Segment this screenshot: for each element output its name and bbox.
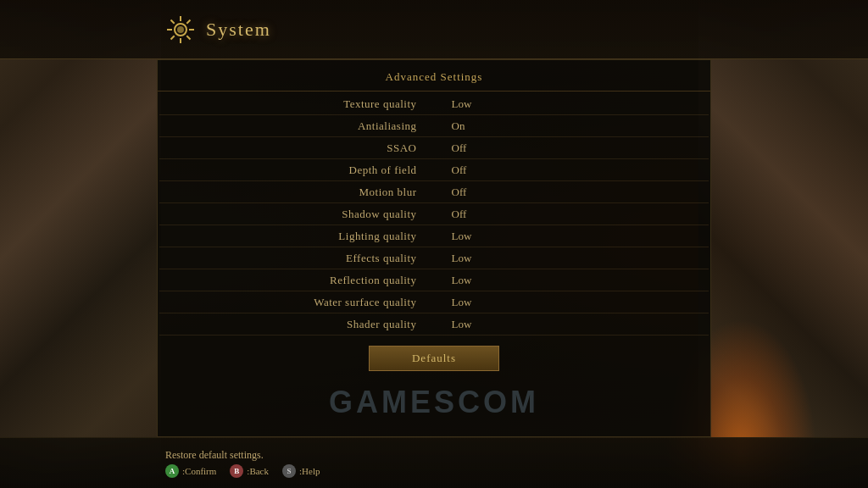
panel-header: Advanced Settings bbox=[158, 60, 710, 92]
watermark: GAMESCOM bbox=[329, 385, 539, 420]
table-row[interactable]: Shadow quality Off bbox=[159, 203, 709, 225]
setting-name: SSAO bbox=[159, 141, 442, 155]
setting-name: Depth of field bbox=[159, 164, 442, 177]
setting-name: Antialiasing bbox=[159, 119, 442, 133]
setting-value: Off bbox=[443, 141, 709, 155]
setting-value: Off bbox=[443, 164, 709, 177]
setting-value: On bbox=[443, 119, 709, 133]
setting-name: Motion blur bbox=[159, 186, 442, 199]
table-row[interactable]: Effects quality Low bbox=[159, 247, 709, 269]
control-label: :Back bbox=[247, 466, 269, 476]
control-item: B :Back bbox=[230, 464, 269, 478]
control-label: :Help bbox=[299, 466, 320, 476]
defaults-button[interactable]: Defaults bbox=[369, 346, 499, 371]
setting-value: Low bbox=[443, 252, 709, 265]
table-row[interactable]: Motion blur Off bbox=[159, 181, 709, 203]
table-row[interactable]: Antialiasing On bbox=[159, 115, 709, 137]
svg-line-8 bbox=[171, 36, 175, 39]
table-row[interactable]: Texture quality Low bbox=[159, 93, 709, 115]
btn-a-icon: A bbox=[165, 464, 179, 478]
setting-value: Off bbox=[443, 208, 709, 221]
table-row[interactable]: Shader quality Low bbox=[159, 313, 709, 336]
control-item: A :Confirm bbox=[165, 464, 216, 478]
setting-name: Reflection quality bbox=[159, 274, 442, 287]
svg-line-5 bbox=[171, 19, 175, 23]
sun-icon bbox=[165, 14, 196, 45]
control-item: S :Help bbox=[282, 464, 320, 478]
table-row[interactable]: Water surface quality Low bbox=[159, 291, 709, 313]
setting-value: Low bbox=[443, 318, 709, 331]
setting-name: Shader quality bbox=[159, 318, 442, 331]
table-row[interactable]: Depth of field Off bbox=[159, 159, 709, 181]
setting-value: Low bbox=[443, 274, 709, 287]
top-bar: System bbox=[0, 0, 868, 59]
svg-line-6 bbox=[186, 36, 190, 39]
setting-value: Low bbox=[443, 230, 709, 243]
table-row[interactable]: Reflection quality Low bbox=[159, 269, 709, 291]
defaults-section: Defaults bbox=[158, 337, 710, 380]
btn-s-icon: S bbox=[282, 464, 296, 478]
setting-name: Shadow quality bbox=[159, 208, 442, 221]
setting-name: Water surface quality bbox=[159, 296, 442, 309]
svg-point-9 bbox=[177, 26, 184, 33]
table-row[interactable]: SSAO Off bbox=[159, 137, 709, 159]
page-title: System bbox=[206, 19, 271, 41]
setting-name: Texture quality bbox=[159, 97, 442, 111]
table-row[interactable]: Lighting quality Low bbox=[159, 225, 709, 247]
bottom-controls: A :Confirm B :Back S :Help bbox=[165, 464, 868, 478]
svg-line-7 bbox=[186, 19, 190, 23]
control-label: :Confirm bbox=[182, 466, 216, 476]
setting-value: Low bbox=[443, 97, 709, 111]
setting-value: Low bbox=[443, 296, 709, 309]
setting-name: Effects quality bbox=[159, 252, 442, 265]
help-text: Restore default settings. bbox=[165, 449, 868, 462]
btn-b-icon: B bbox=[230, 464, 243, 478]
setting-name: Lighting quality bbox=[159, 230, 442, 243]
setting-value: Off bbox=[443, 186, 709, 199]
bg-left-wall bbox=[0, 0, 161, 488]
settings-table: Texture quality Low Antialiasing On SSAO… bbox=[158, 92, 710, 337]
settings-panel: Advanced Settings Texture quality Low An… bbox=[157, 59, 711, 437]
bottom-bar: Restore default settings. A :Confirm B :… bbox=[0, 437, 868, 488]
